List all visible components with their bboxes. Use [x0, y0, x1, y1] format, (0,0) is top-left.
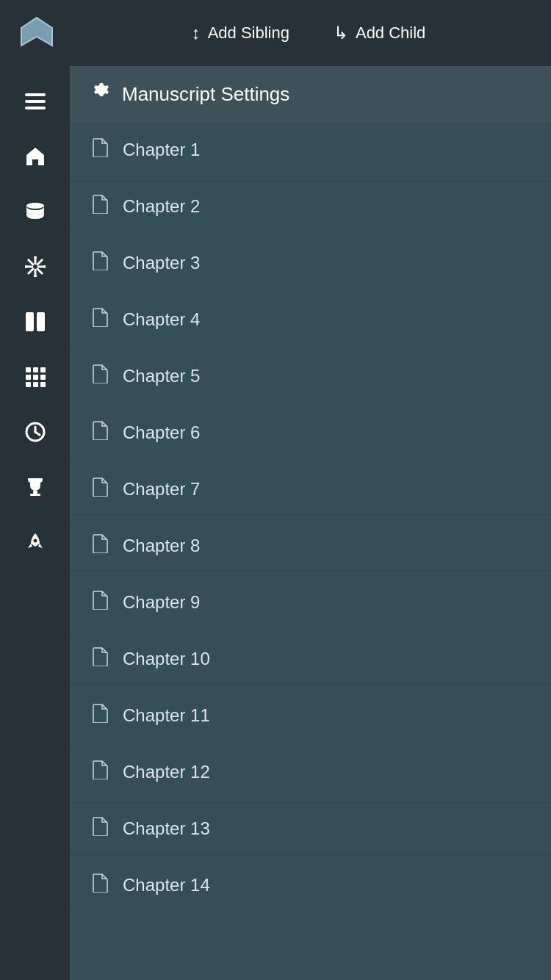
chapter-label: Chapter 5: [123, 366, 200, 386]
document-icon: [92, 308, 108, 331]
chapter-item[interactable]: Chapter 3: [70, 235, 551, 292]
grid-icon[interactable]: [15, 356, 55, 397]
document-icon: [92, 478, 108, 501]
add-child-label: Add Child: [356, 24, 425, 43]
chapter-item[interactable]: Chapter 11: [70, 688, 551, 744]
manuscript-settings-header[interactable]: Manuscript Settings: [70, 66, 551, 122]
document-icon: [92, 873, 108, 897]
chapter-label: Chapter 7: [123, 479, 200, 500]
document-icon: [92, 704, 108, 727]
chapter-item[interactable]: Chapter 12: [70, 744, 551, 801]
svg-line-28: [35, 432, 40, 435]
chapter-item[interactable]: Chapter 6: [70, 405, 551, 461]
document-icon: [92, 534, 108, 558]
chapter-item[interactable]: Chapter 9: [70, 574, 551, 631]
svg-rect-30: [30, 494, 40, 496]
chapter-list[interactable]: Chapter 1 Chapter 2 Chapter 3 Chapter 4 …: [70, 122, 551, 980]
manuscript-settings-title: Manuscript Settings: [122, 83, 289, 106]
trophy-icon[interactable]: [15, 466, 55, 507]
add-child-icon: ↳: [334, 23, 348, 43]
toolbar-actions: ↕ Add Sibling ↳ Add Child: [81, 23, 536, 43]
chapter-label: Chapter 8: [123, 536, 200, 556]
chapter-label: Chapter 6: [123, 422, 200, 443]
svg-marker-4: [26, 148, 44, 165]
chapter-label: Chapter 10: [123, 649, 210, 669]
svg-rect-2: [25, 100, 46, 103]
svg-rect-1: [25, 93, 46, 96]
chapter-item[interactable]: Chapter 5: [70, 348, 551, 405]
document-icon: [92, 251, 108, 275]
svg-rect-21: [33, 375, 38, 380]
svg-rect-15: [26, 312, 34, 331]
svg-point-31: [33, 538, 37, 542]
home-icon[interactable]: [15, 136, 55, 176]
svg-rect-19: [40, 367, 46, 372]
menu-icon[interactable]: [15, 81, 55, 121]
database-icon[interactable]: [15, 191, 55, 231]
rocket-icon[interactable]: [15, 522, 55, 562]
svg-rect-23: [26, 382, 31, 387]
document-icon: [92, 364, 108, 388]
document-icon: [92, 591, 108, 614]
chapter-item[interactable]: Chapter 4: [70, 292, 551, 348]
document-icon: [92, 421, 108, 444]
svg-marker-0: [21, 18, 52, 46]
chapter-item[interactable]: Chapter 1: [70, 122, 551, 179]
chapter-item[interactable]: Chapter 8: [70, 518, 551, 574]
svg-point-5: [26, 203, 44, 209]
add-child-button[interactable]: ↳ Add Child: [334, 23, 425, 43]
add-sibling-label: Add Sibling: [208, 24, 289, 43]
chapter-item[interactable]: Chapter 10: [70, 631, 551, 688]
content-panel: Manuscript Settings Chapter 1 Chapter 2 …: [70, 66, 551, 980]
document-icon: [92, 817, 108, 840]
document-icon: [92, 138, 108, 162]
chapter-item[interactable]: Chapter 13: [70, 801, 551, 857]
document-icon: [92, 760, 108, 784]
chapter-label: Chapter 12: [123, 762, 210, 782]
svg-rect-3: [25, 107, 46, 109]
chapter-label: Chapter 1: [123, 140, 200, 160]
toolbar: ↕ Add Sibling ↳ Add Child: [0, 0, 551, 66]
svg-rect-29: [33, 491, 37, 494]
chapter-label: Chapter 9: [123, 592, 200, 613]
chapter-item[interactable]: Chapter 2: [70, 179, 551, 235]
clock-icon[interactable]: [15, 411, 55, 452]
svg-rect-24: [33, 382, 38, 387]
chapter-label: Chapter 11: [123, 705, 210, 726]
app-logo: [15, 11, 59, 55]
chapter-label: Chapter 4: [123, 309, 200, 330]
chapter-label: Chapter 3: [123, 253, 200, 273]
svg-rect-18: [33, 367, 38, 372]
columns-icon[interactable]: [15, 301, 55, 342]
add-sibling-icon: ↕: [192, 23, 201, 43]
chapter-item[interactable]: Chapter 14: [70, 857, 551, 914]
svg-rect-17: [26, 367, 31, 372]
snowflake-icon[interactable]: [15, 246, 55, 287]
chapter-label: Chapter 13: [123, 818, 210, 839]
svg-rect-20: [26, 375, 31, 380]
svg-point-10: [33, 264, 37, 269]
chapter-label: Chapter 2: [123, 196, 200, 217]
document-icon: [92, 647, 108, 671]
sidebar: [0, 66, 70, 980]
chapter-item[interactable]: Chapter 7: [70, 461, 551, 518]
svg-rect-25: [40, 382, 46, 387]
svg-rect-16: [37, 312, 45, 331]
add-sibling-button[interactable]: ↕ Add Sibling: [192, 23, 289, 43]
svg-rect-22: [40, 375, 46, 380]
main-content: Manuscript Settings Chapter 1 Chapter 2 …: [0, 66, 551, 980]
settings-gear-icon: [92, 82, 111, 106]
document-icon: [92, 195, 108, 218]
chapter-label: Chapter 14: [123, 875, 210, 896]
